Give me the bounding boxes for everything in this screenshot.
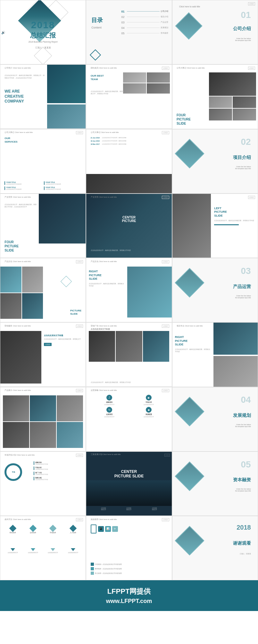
bottom-banner: LFPPT网提供 www.LFPPT.com — [0, 580, 258, 611]
s16-right-content: 点击此处添加文字标题 点击此处添加文字，确保信息准确完整，请替换文字 LOGO — [44, 334, 83, 346]
s26-content-rows: 行程规划 - 点击此处添加文字内容说明 费用预算 - 点击此处添加文字内容说明 … — [91, 563, 168, 575]
logo-s26: LOGO — [162, 518, 169, 521]
s3-num: 01 — [241, 10, 251, 20]
s26-app-2: 📊 — [105, 526, 111, 532]
s20-text-1: 点击此处添加文字 — [104, 404, 114, 405]
slides-row-3: LOGO 公司大事记 Click here to add title OURSE… — [0, 129, 258, 194]
s20-icon-2: ◉ — [146, 395, 152, 400]
s17-img-2 — [116, 331, 142, 362]
s22-label: 市场开拓计划 Click here to add title — [4, 454, 35, 457]
slide-services: LOGO 公司大事记 Click here to add title OURSE… — [0, 129, 86, 194]
s12-text: 点击此处添加文字，确保信息准确完整，请替换文字内容 — [214, 219, 255, 222]
s16-left-img — [0, 331, 41, 383]
title-zh: 总结汇报 — [30, 31, 56, 40]
logo-s7: LOGO — [76, 131, 83, 134]
slide-title: 🔊 2018 总结汇报 2018 Business Planning Repor… — [0, 0, 86, 64]
s25-arrow-4: 点击此处添加文字 — [68, 548, 78, 553]
s23-bt-1: 点击此处添加文字 — [101, 507, 106, 510]
logo-s14: LOGO — [162, 260, 169, 263]
s10-label: 产业背景 Click here to add title — [4, 196, 31, 199]
s19-p2 — [30, 395, 56, 421]
s24-subtitle: Under the line belowthe template input t… — [235, 488, 251, 492]
slide-marketing-ad: LOGO 营销广告 Click here to add title 点击此处添加… — [86, 322, 172, 387]
s8-date-2: 16 Jan 2019 — [91, 140, 101, 142]
s20-text-2: 点击此处添加文字 — [144, 404, 154, 405]
s15-num: 03 — [241, 266, 251, 276]
s8-text-3: 点击此处添加文字内容说明，确保信息准确 — [102, 143, 126, 145]
title-en: 2018 Business Planning Report — [29, 41, 58, 43]
s24-diamond-border — [175, 461, 204, 491]
s10-four-pic: FOURPICTURESLIDE — [4, 240, 19, 252]
s22-items: 战略目标 点击此处添加文字内容 市场分析 点击此处添加文字内容 推广计划 点击此… — [34, 461, 83, 480]
s23-label: 三策发展计划 Click here to add title — [91, 453, 121, 456]
slide-section-05: 05 资本融资 Under the line belowthe template… — [172, 451, 258, 516]
s20-item-3: ↻ 运营管理 点击此处添加文字 — [91, 407, 128, 417]
slides-row-4: LOGO 产业背景 Click here to add title FOURPI… — [0, 194, 258, 258]
toc-diamond-deco — [90, 49, 101, 61]
title-year: 2018 — [31, 20, 55, 30]
s26-row-icon-2 — [91, 567, 94, 570]
s20-item-1: ⤴ 战略规划 点击此处添加文字 — [91, 395, 128, 405]
s8-timeline: 21 Jan 2018 点击此处添加文字内容说明，确保信息准确 16 Jan 2… — [91, 137, 168, 145]
s16-button[interactable]: LOGO — [44, 343, 52, 346]
s13-p1 — [0, 267, 21, 293]
logo-s11: LOGO — [162, 196, 169, 199]
s6-pic-grid — [209, 72, 256, 120]
slides-row-8: LOGO 市场开拓计划 Click here to add title 市场 战… — [0, 451, 258, 516]
s7-service-2: YOUR TITLE 点击此处添加文字内容说明 — [44, 181, 81, 185]
s20-item-2: ◉ 市场分析 点击此处添加文字 — [130, 395, 167, 405]
slide-section-02: 02 项目介绍 Under the line belowthe template… — [172, 129, 258, 194]
s7-services-grid: YOUR TITLE 点击此处添加文字内容说明 YOUR TITLE 点击此处添… — [4, 181, 81, 190]
s7-label: 公司大事记 Click here to add title — [4, 131, 33, 134]
logo-s25: LOGO — [76, 518, 83, 521]
s7-our-services: OURSERVICES — [4, 137, 17, 144]
s14-label: 产品文化 Click here to add title — [91, 260, 117, 263]
s13-pic-grid — [0, 267, 43, 319]
s9-subtitle: Under the line belowthe template input t… — [235, 166, 251, 169]
s25-icon-2 — [29, 525, 37, 532]
s16-content-title: 点击此处添加文字标题 — [44, 334, 83, 337]
s25-label: 成本开支 Click here to add title — [4, 518, 31, 521]
s3-click-label: Click here to add title — [179, 5, 200, 8]
s19-p4 — [3, 422, 29, 448]
slide-thankyou: 2018 谢谢观看 汇报人：某某某 — [172, 516, 258, 580]
s25-icon-4 — [70, 525, 77, 532]
s4-we-are: WE ARECREATIVECOMPANY — [4, 89, 24, 104]
slide-cost: LOGO 成本开支 Click here to add title 研发成本 运… — [0, 516, 86, 580]
s20-icon-1: ⤴ — [106, 395, 112, 400]
s11-bg — [86, 194, 171, 258]
s20-label-2: 市场分析 — [146, 401, 152, 403]
s21-diamond-border — [175, 397, 204, 426]
s13-right-label: PICTURESLIDE — [70, 309, 81, 316]
toc-title-zh: 目录 — [91, 16, 103, 24]
s24-title: 资本融资 — [233, 477, 251, 483]
s22-item-text-1: 点击此处添加文字内容 — [35, 463, 83, 465]
s28-thankyou: 谢谢观看 — [233, 541, 251, 546]
s23-bottom-items: 点击此处添加文字 点击此处添加文字 点击此处添加文字 — [91, 507, 168, 510]
s22-circle-chart: 市场 — [4, 463, 22, 481]
s25-cost-4: 人力成本 — [70, 526, 76, 533]
s21-title: 发展规划 — [233, 413, 251, 418]
s20-text-4: 点击此处添加文字 — [144, 416, 154, 417]
team-img-3 — [123, 83, 146, 94]
s22-item-3: 推广计划 点击此处添加文字内容 — [34, 472, 83, 475]
s26-app-3: ✈ — [112, 526, 118, 532]
s15-diamond-border — [175, 268, 204, 297]
s19-p5 — [30, 422, 56, 448]
s26-row-1: 行程规划 - 点击此处添加文字内容说明 — [91, 563, 168, 566]
s8-date-3: 18 Mar 2017 — [91, 143, 101, 145]
s26-row-3: 景点推荐 - 点击此处添加文字内容说明 — [91, 572, 168, 575]
s20-text-3: 点击此处添加文字 — [104, 416, 114, 417]
s5-team-grid — [123, 72, 170, 94]
s6-pic-2 — [209, 96, 232, 108]
s13-p4 — [22, 293, 43, 319]
s23-overlay — [86, 480, 171, 506]
toc-item-3: 03 产品运营 — [121, 21, 168, 24]
slide-industry-bg: LOGO 产业背景 Click here to add title FOURPI… — [0, 194, 86, 258]
s18-label: 项目市点 Click here to add title — [177, 325, 203, 327]
slides-row-5: LOGO 产品文化 Click here to add title PICTUR… — [0, 258, 258, 322]
s17-top-imgs — [89, 331, 169, 362]
s25-arrowshape-4 — [71, 548, 75, 551]
s7-svc-text-2: 点击此处添加文字内容说明 — [46, 183, 81, 185]
s14-text: 点击此处添加文字，确保信息准确完整，请替换文字内容 — [89, 283, 126, 287]
